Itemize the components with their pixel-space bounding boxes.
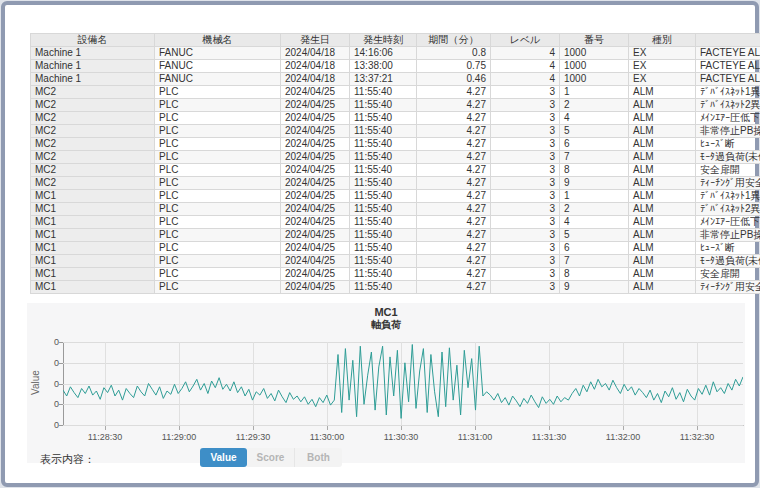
both-button[interactable]: Both <box>295 448 342 467</box>
table-row[interactable]: MC1PLC2024/04/2511:55:404.2739ALMﾃｨｰﾁﾝｸﾞ… <box>31 281 760 294</box>
table-cell: 2024/04/18 <box>281 73 350 86</box>
column-header-2[interactable]: 発生日 <box>281 34 350 47</box>
table-cell: 3 <box>491 216 560 229</box>
table-cell: MC2 <box>31 138 155 151</box>
table-cell: 11:55:40 <box>350 281 417 294</box>
column-header-7[interactable]: 種別 <box>629 34 696 47</box>
table-cell: 3 <box>491 151 560 164</box>
table-row[interactable]: MC1PLC2024/04/2511:55:404.2736ALMﾋｭｰｽﾞ断 <box>31 242 760 255</box>
table-cell: 3 <box>491 177 560 190</box>
table-cell: 13:38:00 <box>350 60 417 73</box>
table-cell: MC2 <box>31 125 155 138</box>
table-cell: 4 <box>560 216 629 229</box>
table-row[interactable]: Machine 1FANUC2024/04/1813:38:000.754100… <box>31 60 760 73</box>
x-tick-label: 11:32:30 <box>667 432 727 442</box>
table-cell: 0.8 <box>417 47 491 60</box>
y-tick-mark <box>59 384 63 385</box>
table-cell: ﾃﾞﾊﾞｲｽﾈｯﾄ1異常 <box>696 190 760 203</box>
y-tick-label: 0 <box>35 380 59 389</box>
table-cell: 3 <box>491 125 560 138</box>
table-cell: 4.27 <box>417 151 491 164</box>
table-row[interactable]: MC2PLC2024/04/2511:55:404.2736ALMﾋｭｰｽﾞ断 <box>31 138 760 151</box>
chart-title: MC1 <box>27 306 745 318</box>
table-cell: 非常停止PB操作 <box>696 125 760 138</box>
table-row[interactable]: MC2PLC2024/04/2511:55:404.2737ALMﾓｰﾀ過負荷(… <box>31 151 760 164</box>
table-row[interactable]: MC2PLC2024/04/2511:55:404.2731ALMﾃﾞﾊﾞｲｽﾈ… <box>31 86 760 99</box>
table-cell: 2024/04/25 <box>281 216 350 229</box>
table-cell: PLC <box>155 203 281 216</box>
chart-subtitle: 軸負荷 <box>27 319 745 330</box>
score-button[interactable]: Score <box>247 448 295 467</box>
table-cell: MC2 <box>31 99 155 112</box>
table-cell: EX <box>629 60 696 73</box>
x-tick-label: 11:32:00 <box>593 432 653 442</box>
table-cell: 14:16:06 <box>350 47 417 60</box>
y-tick-label: 0 <box>35 400 59 409</box>
x-tick-mark <box>105 426 106 430</box>
table-cell: PLC <box>155 229 281 242</box>
y-tick-mark <box>59 425 63 426</box>
alarm-table: 設備名機械名発生日発生時刻期間（分）レベル番号種別 Machine 1FANUC… <box>30 33 760 294</box>
table-cell: 11:55:40 <box>350 86 417 99</box>
table-cell: PLC <box>155 242 281 255</box>
column-header-8[interactable] <box>696 34 760 47</box>
column-header-3[interactable]: 発生時刻 <box>350 34 417 47</box>
table-cell: 2024/04/25 <box>281 255 350 268</box>
table-row[interactable]: MC2PLC2024/04/2511:55:404.2735ALM非常停止PB操… <box>31 125 760 138</box>
table-row[interactable]: MC1PLC2024/04/2511:55:404.2734ALMﾒｲﾝｴｱｰ圧… <box>31 216 760 229</box>
table-row[interactable]: MC2PLC2024/04/2511:55:404.2739ALMﾃｨｰﾁﾝｸﾞ… <box>31 177 760 190</box>
table-cell: 4.27 <box>417 164 491 177</box>
table-cell: ALM <box>629 99 696 112</box>
table-cell: PLC <box>155 177 281 190</box>
y-tick-mark <box>59 404 63 405</box>
column-header-6[interactable]: 番号 <box>560 34 629 47</box>
table-cell: 2024/04/25 <box>281 242 350 255</box>
table-row[interactable]: MC2PLC2024/04/2511:55:404.2734ALMﾒｲﾝｴｱｰ圧… <box>31 112 760 125</box>
table-cell: 2024/04/25 <box>281 281 350 294</box>
table-row[interactable]: Machine 1FANUC2024/04/1813:37:210.464100… <box>31 73 760 86</box>
table-cell: 3 <box>491 138 560 151</box>
table-cell: ALM <box>629 164 696 177</box>
column-header-4[interactable]: 期間（分） <box>417 34 491 47</box>
table-cell: 7 <box>560 151 629 164</box>
table-cell: ﾓｰﾀ過負荷(未使用) <box>696 255 760 268</box>
table-cell: FANUC <box>155 73 281 86</box>
column-header-0[interactable]: 設備名 <box>31 34 155 47</box>
table-cell: ﾋｭｰｽﾞ断 <box>696 138 760 151</box>
table-row[interactable]: MC2PLC2024/04/2511:55:404.2738ALM安全扉開 <box>31 164 760 177</box>
table-cell: ALM <box>629 255 696 268</box>
table-cell: 2024/04/25 <box>281 125 350 138</box>
table-row[interactable]: MC1PLC2024/04/2511:55:404.2738ALM安全扉開 <box>31 268 760 281</box>
table-header-row: 設備名機械名発生日発生時刻期間（分）レベル番号種別 <box>31 34 760 47</box>
chart-plot-area[interactable] <box>63 342 743 425</box>
table-cell: MC1 <box>31 229 155 242</box>
table-cell: PLC <box>155 268 281 281</box>
table-cell: 2 <box>560 203 629 216</box>
column-header-1[interactable]: 機械名 <box>155 34 281 47</box>
h-gridline <box>63 425 743 426</box>
table-cell: 2024/04/25 <box>281 138 350 151</box>
table-row[interactable]: MC1PLC2024/04/2511:55:404.2732ALMﾃﾞﾊﾞｲｽﾈ… <box>31 203 760 216</box>
table-row[interactable]: MC1PLC2024/04/2511:55:404.2737ALMﾓｰﾀ過負荷(… <box>31 255 760 268</box>
table-cell: PLC <box>155 216 281 229</box>
alarm-table-header: 設備名機械名発生日発生時刻期間（分）レベル番号種別 <box>31 34 760 47</box>
table-cell: ﾃﾞﾊﾞｲｽﾈｯﾄ1異常 <box>696 86 760 99</box>
table-cell: 1000 <box>560 73 629 86</box>
table-row[interactable]: MC2PLC2024/04/2511:55:404.2732ALMﾃﾞﾊﾞｲｽﾈ… <box>31 99 760 112</box>
table-cell: ﾒｲﾝｴｱｰ圧低下異常 <box>696 216 760 229</box>
table-cell: 2024/04/25 <box>281 151 350 164</box>
table-cell: 非常停止PB操作 <box>696 229 760 242</box>
table-cell: 6 <box>560 242 629 255</box>
value-button[interactable]: Value <box>200 448 247 467</box>
table-row[interactable]: MC1PLC2024/04/2511:55:404.2731ALMﾃﾞﾊﾞｲｽﾈ… <box>31 190 760 203</box>
column-header-5[interactable]: レベル <box>491 34 560 47</box>
table-cell: ALM <box>629 281 696 294</box>
table-cell: 11:55:40 <box>350 268 417 281</box>
y-tick-mark <box>59 363 63 364</box>
table-cell: FANUC <box>155 47 281 60</box>
table-cell: 2024/04/25 <box>281 229 350 242</box>
table-cell: 5 <box>560 229 629 242</box>
table-cell: 9 <box>560 281 629 294</box>
table-row[interactable]: MC1PLC2024/04/2511:55:404.2735ALM非常停止PB操… <box>31 229 760 242</box>
table-row[interactable]: Machine 1FANUC2024/04/1814:16:060.841000… <box>31 47 760 60</box>
